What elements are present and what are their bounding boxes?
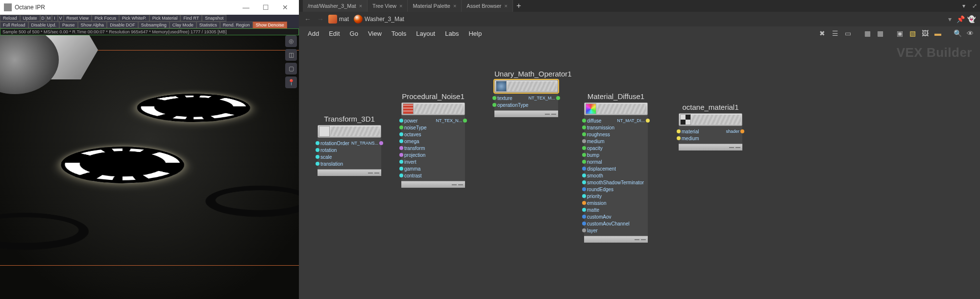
node-port-smooth[interactable]: smooth: [584, 172, 648, 179]
input-port-icon[interactable]: [492, 103, 496, 107]
input-port-icon[interactable]: [677, 129, 681, 133]
tab-tree-view[interactable]: Tree View×: [368, 0, 408, 12]
output-port-icon[interactable]: [463, 119, 467, 123]
output-port-icon[interactable]: [379, 141, 383, 145]
grid-color-icon[interactable]: ▦: [861, 27, 873, 39]
input-port-icon[interactable]: [582, 208, 586, 212]
input-port-icon[interactable]: [492, 96, 496, 100]
node-canvas[interactable]: VEX Builder Transform_3D1rotationOrderNT…: [299, 40, 980, 299]
toolbar-btn-d[interactable]: D: [40, 15, 46, 22]
input-port-icon[interactable]: [582, 215, 586, 219]
output-port-icon[interactable]: [740, 129, 744, 133]
input-port-icon[interactable]: [582, 146, 586, 150]
toolbar-btn-clay-mode[interactable]: Clay Mode: [170, 22, 196, 28]
target-icon[interactable]: ◎: [285, 35, 297, 47]
input-port-icon[interactable]: [316, 148, 319, 152]
input-port-icon[interactable]: [582, 167, 586, 171]
window-icon[interactable]: ▣: [894, 27, 906, 39]
input-port-icon[interactable]: [399, 139, 403, 143]
toolbar-btn-update[interactable]: Update: [20, 15, 40, 22]
input-port-icon[interactable]: [582, 222, 586, 225]
menu-labs[interactable]: Labs: [440, 28, 464, 39]
menu-layout[interactable]: Layout: [411, 28, 440, 39]
node-procedural-noise1[interactable]: Procedural_Noise1powerNT_TEX_N...noiseTy…: [401, 92, 465, 188]
input-port-icon[interactable]: [582, 153, 586, 157]
output-port-icon[interactable]: [556, 96, 560, 100]
input-port-icon[interactable]: [582, 194, 586, 198]
close-icon[interactable]: ×: [504, 3, 507, 9]
node-header[interactable]: [679, 113, 742, 126]
node-port-transform[interactable]: transform: [401, 145, 465, 151]
node-unary-math-operator1[interactable]: Unary_Math_Operator1textureNT_TEX_M...op…: [494, 70, 558, 117]
toolbar-btn-disable-upd-[interactable]: Disable Upd.: [28, 22, 60, 28]
menu-add[interactable]: Add: [303, 28, 324, 39]
node-header[interactable]: [318, 125, 381, 138]
node-port-layer[interactable]: layer: [584, 227, 648, 234]
node-octane-material1[interactable]: octane_material1materialshadermedium: [679, 103, 742, 150]
toolbar-btn-m[interactable]: M: [46, 15, 52, 22]
toolbar-btn-pick-focus[interactable]: Pick Focus: [92, 15, 119, 22]
node-port-scale[interactable]: scale: [318, 153, 381, 160]
input-port-icon[interactable]: [399, 146, 403, 150]
node-drag-handle[interactable]: [597, 104, 646, 114]
wrench-icon[interactable]: ✖: [816, 27, 828, 39]
input-port-icon[interactable]: [399, 125, 403, 129]
input-port-icon[interactable]: [582, 160, 586, 164]
node-port-normal[interactable]: normal: [584, 158, 648, 165]
input-port-icon[interactable]: [582, 139, 586, 143]
node-port-projection[interactable]: projection: [401, 151, 465, 158]
node-port-gamma[interactable]: gamma: [401, 165, 465, 172]
node-port-bump[interactable]: bump: [584, 151, 648, 158]
input-port-icon[interactable]: [582, 187, 586, 191]
maximize-button[interactable]: ☐: [256, 0, 275, 15]
node-port-rotation[interactable]: rotation: [318, 147, 381, 153]
node-port-omega[interactable]: omega: [401, 138, 465, 145]
input-port-icon[interactable]: [399, 160, 403, 164]
path-segment-Washer_3_Mat[interactable]: Washer_3_Mat: [354, 15, 404, 24]
render-viewport[interactable]: [0, 35, 299, 299]
grid-icon[interactable]: ▦: [874, 27, 886, 39]
node-drag-handle[interactable]: [692, 115, 741, 125]
toolbar-btn-v[interactable]: V: [58, 15, 64, 22]
node-port-invert[interactable]: invert: [401, 158, 465, 165]
node-port-roundEdges[interactable]: roundEdges: [584, 186, 648, 193]
tab--mat-washer_3_mat[interactable]: /mat/Washer_3_Mat×: [303, 0, 368, 12]
input-port-icon[interactable]: [582, 201, 586, 205]
node-drag-handle[interactable]: [508, 81, 557, 91]
image-add-icon[interactable]: 🖼: [919, 27, 931, 39]
pin-tool-icon[interactable]: 📌: [956, 14, 965, 24]
tab-expand-icon[interactable]: ⤢: [969, 0, 980, 12]
node-port-operationType[interactable]: operationType: [494, 101, 558, 108]
menu-go[interactable]: Go: [345, 28, 363, 39]
input-port-icon[interactable]: [582, 119, 586, 123]
pin-icon[interactable]: 📍: [285, 76, 297, 88]
node-port-medium[interactable]: medium: [679, 135, 742, 142]
toolbar-btn-rend-region[interactable]: Rend. Region: [220, 22, 253, 28]
input-port-icon[interactable]: [316, 141, 319, 145]
toolbar-btn-reload[interactable]: Reload: [0, 15, 20, 22]
node-transform-3d1[interactable]: Transform_3D1rotationOrderNT_TRANS...rot…: [318, 115, 381, 176]
input-port-icon[interactable]: [582, 125, 586, 129]
toolbar-btn-statistics[interactable]: Statistics: [196, 22, 220, 28]
node-port-emission[interactable]: emission: [584, 199, 648, 206]
path-dropdown-icon[interactable]: ▾: [945, 14, 955, 24]
close-icon[interactable]: ×: [453, 3, 456, 9]
input-port-icon[interactable]: [399, 153, 403, 157]
node-port-contrast[interactable]: contrast: [401, 172, 465, 179]
node-port-translation[interactable]: translation: [318, 160, 381, 167]
input-port-icon[interactable]: [582, 174, 586, 177]
node-port-noiseType[interactable]: noiseType: [401, 124, 465, 131]
node-port-material[interactable]: materialshader: [679, 128, 742, 135]
search-icon[interactable]: 🔍: [952, 27, 963, 39]
list-icon[interactable]: ☰: [829, 27, 841, 39]
input-port-icon[interactable]: [399, 119, 403, 123]
toolbar-btn-show-alpha[interactable]: Show Alpha: [78, 22, 107, 28]
toolbar-btn-find-rt[interactable]: Find RT: [180, 15, 202, 22]
node-port-priority[interactable]: priority: [584, 193, 648, 199]
toolbar-btn-pause[interactable]: Pause: [59, 22, 78, 28]
node-port-diffuse[interactable]: diffuseNT_MAT_DI...: [584, 117, 648, 124]
square-icon[interactable]: ▢: [285, 63, 297, 75]
menu-edit[interactable]: Edit: [324, 28, 344, 39]
input-port-icon[interactable]: [316, 155, 319, 159]
node-port-customAovChannel[interactable]: customAovChannel: [584, 220, 648, 227]
